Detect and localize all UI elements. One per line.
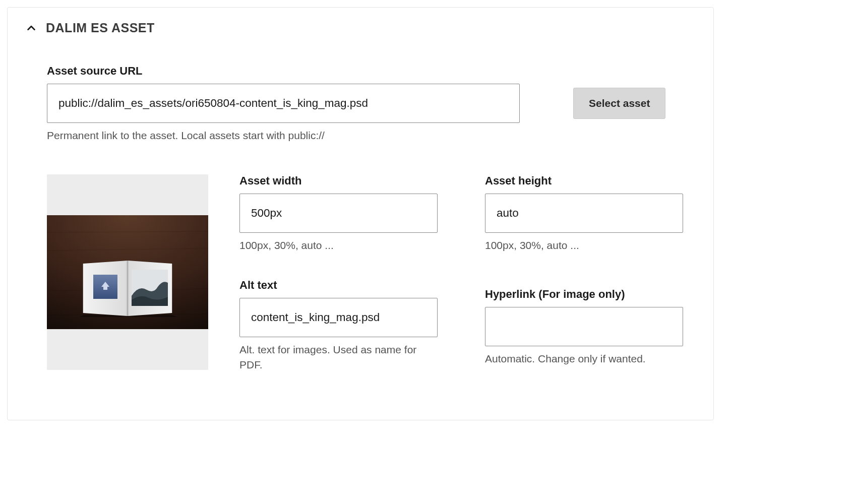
panel-body: Asset source URL Select asset Permanent … (26, 65, 695, 373)
asset-width-help: 100px, 30%, auto ... (239, 238, 438, 253)
select-asset-button[interactable]: Select asset (573, 88, 665, 119)
dalim-es-asset-panel: DALIM ES ASSET Asset source URL Select a… (7, 7, 714, 420)
asset-preview-image (47, 215, 208, 329)
asset-height-label: Asset height (485, 174, 683, 187)
alt-text-label: Alt text (239, 279, 438, 292)
asset-height-input[interactable] (485, 194, 683, 233)
hyperlink-field: Hyperlink (For image only) Automatic. Ch… (485, 288, 683, 373)
asset-width-field: Asset width 100px, 30%, auto ... (239, 174, 438, 253)
alt-text-field: Alt text Alt. text for images. Used as n… (239, 279, 438, 373)
hyperlink-label: Hyperlink (For image only) (485, 288, 683, 301)
asset-height-field: Asset height 100px, 30%, auto ... (485, 174, 683, 253)
panel-title: DALIM ES ASSET (46, 21, 155, 35)
hyperlink-input[interactable] (485, 307, 683, 346)
asset-preview (47, 174, 208, 370)
asset-height-help: 100px, 30%, auto ... (485, 238, 683, 253)
source-url-label: Asset source URL (47, 65, 695, 78)
source-url-help: Permanent link to the asset. Local asset… (47, 128, 695, 143)
alt-text-help: Alt. text for images. Used as name for P… (239, 342, 438, 373)
alt-text-input[interactable] (239, 298, 438, 337)
asset-width-input[interactable] (239, 194, 438, 233)
asset-width-label: Asset width (239, 174, 438, 187)
source-url-input[interactable] (47, 84, 520, 123)
hyperlink-help: Automatic. Change only if wanted. (485, 351, 683, 366)
chevron-up-icon[interactable] (26, 23, 37, 34)
panel-header[interactable]: DALIM ES ASSET (26, 21, 695, 35)
